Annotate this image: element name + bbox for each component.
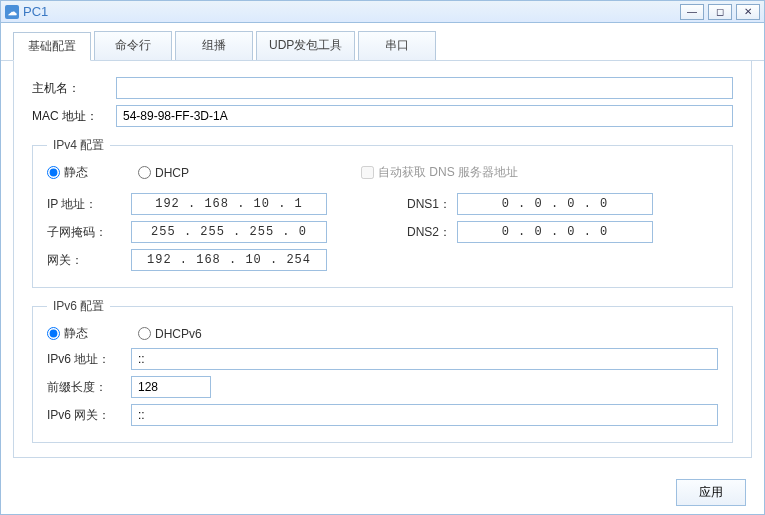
ipv4-section: IPv4 配置 静态 DHCP 自动获取 DNS 服务器地址 (32, 137, 733, 288)
mac-row: MAC 地址： (32, 105, 733, 127)
ipv6-addr-label: IPv6 地址： (47, 351, 131, 368)
gw-label: 网关： (47, 252, 131, 269)
ipv6-static-label: 静态 (64, 325, 88, 342)
ipv6-section: IPv6 配置 静态 DHCPv6 IPv6 地址： 前缀长度： (32, 298, 733, 443)
mac-label: MAC 地址： (32, 108, 116, 125)
ipv6-legend: IPv6 配置 (47, 298, 110, 315)
ipv6-prefix-input[interactable] (131, 376, 211, 398)
ipv6-prefix-row: 前缀长度： (47, 376, 718, 398)
gw-row: 网关： 192 . 168 . 10 . 254 (47, 249, 407, 271)
ipv6-static-radio-input[interactable] (47, 327, 60, 340)
hostname-input[interactable] (116, 77, 733, 99)
window-title: PC1 (23, 4, 48, 19)
ipv4-dhcp-radio[interactable]: DHCP (138, 166, 189, 180)
ip-input[interactable]: 192 . 168 . 10 . 1 (131, 193, 327, 215)
mask-input[interactable]: 255 . 255 . 255 . 0 (131, 221, 327, 243)
ipv6-mode-row: 静态 DHCPv6 (47, 325, 718, 342)
ipv6-prefix-label: 前缀长度： (47, 379, 131, 396)
tab-basic-config[interactable]: 基础配置 (13, 32, 91, 61)
ipv6-dhcpv6-label: DHCPv6 (155, 327, 202, 341)
maximize-button[interactable]: ◻ (708, 4, 732, 20)
tab-serial[interactable]: 串口 (358, 31, 436, 60)
close-button[interactable]: ✕ (736, 4, 760, 20)
ipv6-dhcpv6-radio[interactable]: DHCPv6 (138, 327, 202, 341)
dns2-input[interactable]: 0 . 0 . 0 . 0 (457, 221, 653, 243)
ipv4-col-left: IP 地址： 192 . 168 . 10 . 1 子网掩码： 255 . 25… (47, 187, 407, 277)
mask-label: 子网掩码： (47, 224, 131, 241)
footer: 应用 (676, 479, 746, 506)
ipv4-legend: IPv4 配置 (47, 137, 110, 154)
ipv6-gw-input[interactable] (131, 404, 718, 426)
window-controls: — ◻ ✕ (680, 4, 760, 20)
mac-input[interactable] (116, 105, 733, 127)
ipv6-gw-row: IPv6 网关： (47, 404, 718, 426)
hostname-label: 主机名： (32, 80, 116, 97)
main-pane: 主机名： MAC 地址： IPv4 配置 静态 DHCP (13, 61, 752, 458)
ip-label: IP 地址： (47, 196, 131, 213)
dns2-row: DNS2： 0 . 0 . 0 . 0 (407, 221, 718, 243)
mask-row: 子网掩码： 255 . 255 . 255 . 0 (47, 221, 407, 243)
ipv4-cols: IP 地址： 192 . 168 . 10 . 1 子网掩码： 255 . 25… (47, 187, 718, 277)
ipv4-static-radio[interactable]: 静态 (47, 164, 88, 181)
tab-multicast[interactable]: 组播 (175, 31, 253, 60)
ipv4-mode-row: 静态 DHCP 自动获取 DNS 服务器地址 (47, 164, 718, 181)
auto-dns-checkbox-input[interactable] (361, 166, 374, 179)
dns1-row: DNS1： 0 . 0 . 0 . 0 (407, 193, 718, 215)
dns1-input[interactable]: 0 . 0 . 0 . 0 (457, 193, 653, 215)
ipv4-static-radio-input[interactable] (47, 166, 60, 179)
ipv6-addr-input[interactable] (131, 348, 718, 370)
ipv4-dhcp-radio-input[interactable] (138, 166, 151, 179)
gw-input[interactable]: 192 . 168 . 10 . 254 (131, 249, 327, 271)
ipv6-static-radio[interactable]: 静态 (47, 325, 88, 342)
auto-dns-checkbox[interactable]: 自动获取 DNS 服务器地址 (361, 164, 518, 181)
hostname-row: 主机名： (32, 77, 733, 99)
ipv4-dhcp-label: DHCP (155, 166, 189, 180)
dns2-label: DNS2： (407, 224, 457, 241)
minimize-button[interactable]: — (680, 4, 704, 20)
dns1-label: DNS1： (407, 196, 457, 213)
ipv4-static-label: 静态 (64, 164, 88, 181)
ipv6-dhcpv6-radio-input[interactable] (138, 327, 151, 340)
ipv6-gw-label: IPv6 网关： (47, 407, 131, 424)
titlebar: ☁ PC1 — ◻ ✕ (1, 1, 764, 23)
ipv6-addr-row: IPv6 地址： (47, 348, 718, 370)
apply-button[interactable]: 应用 (676, 479, 746, 506)
app-icon: ☁ (5, 5, 19, 19)
auto-dns-label: 自动获取 DNS 服务器地址 (378, 164, 518, 181)
ipv4-col-right: DNS1： 0 . 0 . 0 . 0 DNS2： 0 . 0 . 0 . 0 (407, 187, 718, 277)
tab-command-line[interactable]: 命令行 (94, 31, 172, 60)
ip-row: IP 地址： 192 . 168 . 10 . 1 (47, 193, 407, 215)
window-frame: ☁ PC1 — ◻ ✕ 基础配置 命令行 组播 UDP发包工具 串口 主机名： … (0, 0, 765, 515)
tab-udp-tool[interactable]: UDP发包工具 (256, 31, 355, 60)
tabs-row: 基础配置 命令行 组播 UDP发包工具 串口 (1, 23, 764, 61)
